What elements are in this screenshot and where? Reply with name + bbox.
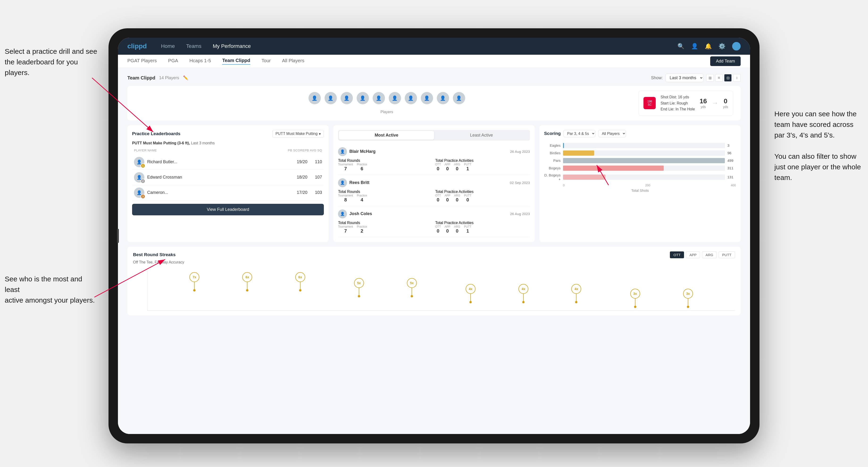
practice-activities-row: OTT 0 APP 0 ARG 0 xyxy=(435,163,530,172)
streak-line-8 xyxy=(576,294,577,301)
leaderboard-header: Practice Leaderboards PUTT Must Make Put… xyxy=(132,130,324,138)
subnav-all-players[interactable]: All Players xyxy=(282,58,304,64)
edit-icon[interactable]: ✏️ xyxy=(183,75,188,81)
nav-my-performance[interactable]: My Performance xyxy=(213,43,251,49)
leaderboard-title: Practice Leaderboards xyxy=(132,131,181,136)
show-control: Show: Last 3 months ⊞ ≡ ⊟ ↕ xyxy=(651,73,741,82)
shot-info-card: 198 SC Shot Dist: 16 yds Start Lie: Roug… xyxy=(639,91,733,116)
pac-name-1: Blair McHarg xyxy=(349,149,375,154)
filter-ott[interactable]: OTT xyxy=(670,251,684,258)
subnav-tour[interactable]: Tour xyxy=(261,58,271,64)
chart-row-birdies: Birdies 96 xyxy=(544,151,736,156)
tab-least-active[interactable]: Least Active xyxy=(434,131,529,139)
lb-column-headers: PLAYER NAME PB SCORE PB AVG SQ xyxy=(132,149,324,152)
x-label-0: 0 xyxy=(563,184,565,187)
arg-stat: ARG 0 xyxy=(454,163,460,172)
pac-stats-2: Total Rounds Tournament 8 Practice 4 xyxy=(338,190,530,203)
yds-left: 16 yds xyxy=(700,97,707,109)
streak-point-9: 3x xyxy=(630,289,640,308)
nav-home[interactable]: Home xyxy=(161,43,175,49)
chevron-down-icon: ▾ xyxy=(319,132,321,136)
lb-avatar-2: 👤 2 xyxy=(134,172,144,183)
streak-line-5 xyxy=(412,288,412,295)
player-avatar-3[interactable]: 👤 xyxy=(341,92,353,104)
leaderboard-subtitle: PUTT Must Make Putting (3-6 ft), Last 3 … xyxy=(132,141,324,145)
people-icon[interactable]: 👤 xyxy=(691,43,698,50)
nav-teams[interactable]: Teams xyxy=(186,43,202,49)
view-full-leaderboard-button[interactable]: View Full Leaderboard xyxy=(132,204,324,215)
streak-line-3 xyxy=(300,282,301,289)
streak-bubble-3: 6x xyxy=(295,272,305,282)
streak-bubble-8: 4x xyxy=(571,284,581,294)
settings-icon[interactable]: ⚙️ xyxy=(718,43,725,50)
annotation-top-left: Select a practice drill and see the lead… xyxy=(5,46,99,78)
dbogeys-label: D. Bogeys + xyxy=(544,173,561,181)
player-avatar-10[interactable]: 👤 xyxy=(453,92,465,104)
player-avatar-4[interactable]: 👤 xyxy=(356,92,369,104)
player-avatar-7[interactable]: 👤 xyxy=(405,92,417,104)
activity-panel: Most Active Least Active 👤 Blair McHarg … xyxy=(333,125,534,242)
player-avatar-9[interactable]: 👤 xyxy=(437,92,449,104)
side-button xyxy=(117,229,119,243)
player-avatar-8[interactable]: 👤 xyxy=(421,92,433,104)
par-filter-select[interactable]: Par 3, 4 & 5s xyxy=(563,130,595,137)
streak-point-2: 6x xyxy=(242,272,252,291)
tournament-val-1: 7 xyxy=(338,166,353,172)
tournament-label: Tournament xyxy=(338,163,353,166)
player-avatars: 👤 👤 👤 👤 👤 👤 👤 👤 👤 👤 Players xyxy=(135,92,639,114)
user-avatar[interactable] xyxy=(732,42,741,51)
yds-left-val: 16 xyxy=(700,97,707,105)
streak-point-10: 3x xyxy=(683,289,693,308)
pac-avatar-2: 👤 xyxy=(338,178,347,187)
practice-label: Practice xyxy=(357,163,367,166)
ott-stat: OTT 0 xyxy=(435,163,441,172)
shot-yards: 16 yds → 0 yds xyxy=(700,97,728,109)
players-label: Players xyxy=(380,110,393,114)
streak-bubble-2: 6x xyxy=(242,272,252,282)
filter-view-icon[interactable]: ↕ xyxy=(733,74,741,82)
subnav-pgat[interactable]: PGAT Players xyxy=(127,58,157,64)
subnav-pga[interactable]: PGA xyxy=(168,58,178,64)
drill-select[interactable]: PUTT Must Make Putting ▾ xyxy=(272,130,324,138)
show-label: Show: xyxy=(651,75,663,81)
filter-putt[interactable]: PUTT xyxy=(719,251,735,258)
rank-badge-3: 3 xyxy=(141,194,145,199)
rank-badge-2: 2 xyxy=(141,179,145,184)
pars-val: 499 xyxy=(727,158,736,162)
add-team-button[interactable]: Add Team xyxy=(710,56,741,66)
bell-icon[interactable]: 🔔 xyxy=(705,43,712,50)
streak-dot-2 xyxy=(246,289,248,291)
drill-label: PUTT Must Make Putting xyxy=(276,132,317,136)
nav-icons: 🔍 👤 🔔 ⚙️ xyxy=(677,42,741,51)
player-filter-select[interactable]: All Players xyxy=(598,130,626,137)
subnav-team-clippd[interactable]: Team Clippd xyxy=(222,58,250,65)
eagles-bar-container xyxy=(563,143,725,148)
streaks-title: Best Round Streaks xyxy=(133,252,176,257)
player-avatar-1[interactable]: 👤 xyxy=(309,92,321,104)
player-avatar-6[interactable]: 👤 xyxy=(389,92,401,104)
streak-line-4 xyxy=(359,288,359,295)
tab-most-active[interactable]: Most Active xyxy=(339,131,434,139)
show-period-select[interactable]: Last 3 months xyxy=(665,73,703,82)
search-icon[interactable]: 🔍 xyxy=(677,43,684,50)
streak-dot-9 xyxy=(634,306,637,308)
player-avatar-5[interactable]: 👤 xyxy=(373,92,385,104)
streak-line-7 xyxy=(523,294,524,301)
filter-app[interactable]: APP xyxy=(686,251,700,258)
putt-stat: PUTT 1 xyxy=(464,163,471,172)
player-avatar-2[interactable]: 👤 xyxy=(324,92,337,104)
card-view-icon[interactable]: ⊟ xyxy=(724,74,732,82)
pars-label: Pars xyxy=(544,158,561,162)
logo: clippd xyxy=(127,42,147,50)
lb-name-3: Cameron... xyxy=(147,190,290,195)
list-view-icon[interactable]: ≡ xyxy=(715,74,723,82)
top-nav: clippd Home Teams My Performance 🔍 👤 🔔 ⚙… xyxy=(118,38,750,55)
filter-arg[interactable]: ARG xyxy=(702,251,717,258)
pac-date-2: 02 Sep 2023 xyxy=(510,181,530,185)
total-practice-group-2: Total Practice Activities OTT0 APP0 ARG0… xyxy=(435,190,530,203)
x-label-200: 200 xyxy=(645,184,650,187)
subnav-hcaps[interactable]: Hcaps 1-5 xyxy=(189,58,211,64)
grid-view-icon[interactable]: ⊞ xyxy=(706,74,714,82)
lb-score-2: 18/20 xyxy=(293,175,307,180)
lb-avg-1: 110 xyxy=(310,159,322,164)
